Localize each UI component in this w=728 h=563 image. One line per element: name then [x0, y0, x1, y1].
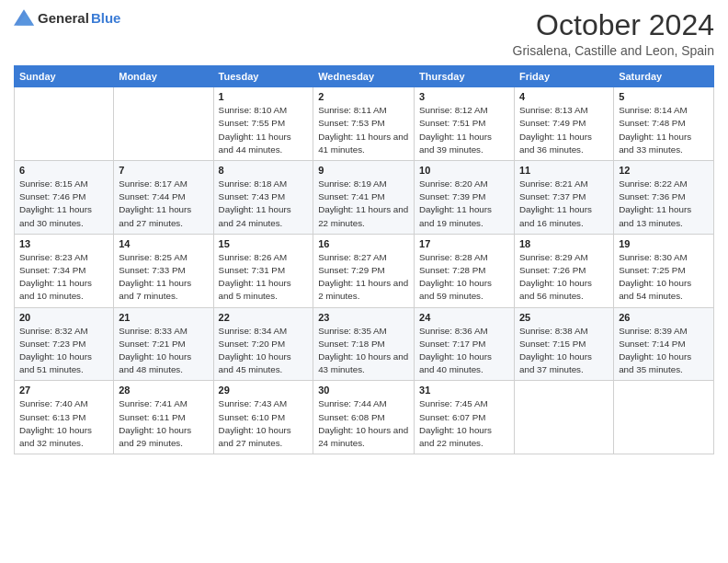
page: General Blue October 2024 Grisalena, Cas… [0, 0, 728, 563]
table-row: 2Sunrise: 8:11 AM Sunset: 7:53 PM Daylig… [313, 87, 415, 161]
table-row: 20Sunrise: 8:32 AM Sunset: 7:23 PM Dayli… [15, 307, 114, 381]
calendar-table: Sunday Monday Tuesday Wednesday Thursday… [14, 65, 714, 454]
day-info: Sunrise: 7:44 AM Sunset: 6:08 PM Dayligh… [318, 397, 409, 450]
calendar-week-row: 6Sunrise: 8:15 AM Sunset: 7:46 PM Daylig… [15, 161, 714, 235]
logo-icon [14, 9, 34, 26]
day-number: 2 [318, 91, 409, 102]
table-row: 18Sunrise: 8:29 AM Sunset: 7:26 PM Dayli… [515, 234, 614, 307]
day-info: Sunrise: 8:30 AM Sunset: 7:25 PM Dayligh… [619, 251, 709, 304]
day-info: Sunrise: 7:40 AM Sunset: 6:13 PM Dayligh… [19, 397, 108, 450]
month-title: October 2024 [513, 9, 714, 41]
day-number: 30 [318, 385, 409, 396]
day-number: 24 [419, 312, 509, 323]
table-row: 17Sunrise: 8:28 AM Sunset: 7:28 PM Dayli… [415, 234, 515, 307]
day-info: Sunrise: 8:26 AM Sunset: 7:31 PM Dayligh… [219, 251, 309, 304]
day-info: Sunrise: 8:28 AM Sunset: 7:28 PM Dayligh… [419, 251, 509, 304]
day-info: Sunrise: 8:32 AM Sunset: 7:23 PM Dayligh… [19, 325, 108, 377]
day-info: Sunrise: 8:15 AM Sunset: 7:46 PM Dayligh… [19, 178, 108, 230]
day-number: 23 [318, 312, 409, 323]
weekday-header-row: Sunday Monday Tuesday Wednesday Thursday… [15, 66, 714, 87]
day-info: Sunrise: 8:39 AM Sunset: 7:14 PM Dayligh… [619, 325, 709, 377]
header-thursday: Thursday [415, 66, 515, 87]
table-row: 23Sunrise: 8:35 AM Sunset: 7:18 PM Dayli… [313, 307, 415, 381]
day-info: Sunrise: 7:41 AM Sunset: 6:11 PM Dayligh… [119, 397, 208, 450]
table-row: 4Sunrise: 8:13 AM Sunset: 7:49 PM Daylig… [515, 87, 614, 161]
table-row: 27Sunrise: 7:40 AM Sunset: 6:13 PM Dayli… [15, 381, 114, 454]
table-row: 19Sunrise: 8:30 AM Sunset: 7:25 PM Dayli… [614, 234, 714, 307]
table-row: 21Sunrise: 8:33 AM Sunset: 7:21 PM Dayli… [114, 307, 213, 381]
day-number: 6 [19, 165, 108, 176]
location-title: Grisalena, Castille and Leon, Spain [513, 43, 714, 58]
table-row: 31Sunrise: 7:45 AM Sunset: 6:07 PM Dayli… [415, 381, 515, 454]
table-row: 1Sunrise: 8:10 AM Sunset: 7:55 PM Daylig… [213, 87, 313, 161]
table-row [614, 381, 714, 454]
day-number: 12 [619, 165, 709, 176]
day-number: 28 [119, 385, 208, 396]
day-number: 14 [119, 238, 208, 249]
calendar-week-row: 13Sunrise: 8:23 AM Sunset: 7:34 PM Dayli… [15, 234, 714, 307]
day-info: Sunrise: 8:14 AM Sunset: 7:48 PM Dayligh… [619, 104, 709, 156]
day-info: Sunrise: 7:45 AM Sunset: 6:07 PM Dayligh… [419, 397, 509, 450]
day-info: Sunrise: 8:38 AM Sunset: 7:15 PM Dayligh… [519, 325, 609, 377]
table-row: 22Sunrise: 8:34 AM Sunset: 7:20 PM Dayli… [213, 307, 313, 381]
header: General Blue October 2024 Grisalena, Cas… [14, 9, 714, 58]
day-info: Sunrise: 8:35 AM Sunset: 7:18 PM Dayligh… [318, 325, 409, 377]
table-row: 24Sunrise: 8:36 AM Sunset: 7:17 PM Dayli… [415, 307, 515, 381]
day-number: 8 [219, 165, 309, 176]
day-info: Sunrise: 8:11 AM Sunset: 7:53 PM Dayligh… [318, 104, 409, 156]
day-number: 21 [119, 312, 208, 323]
day-info: Sunrise: 8:20 AM Sunset: 7:39 PM Dayligh… [419, 178, 509, 230]
day-number: 18 [519, 238, 609, 249]
day-number: 25 [519, 312, 609, 323]
header-friday: Friday [515, 66, 614, 87]
day-number: 27 [19, 385, 108, 396]
day-info: Sunrise: 8:13 AM Sunset: 7:49 PM Dayligh… [519, 104, 609, 156]
header-wednesday: Wednesday [313, 66, 415, 87]
day-info: Sunrise: 8:34 AM Sunset: 7:20 PM Dayligh… [219, 325, 309, 377]
day-info: Sunrise: 8:18 AM Sunset: 7:43 PM Dayligh… [219, 178, 309, 230]
table-row [114, 87, 213, 161]
day-info: Sunrise: 8:21 AM Sunset: 7:37 PM Dayligh… [519, 178, 609, 230]
logo: General Blue [14, 9, 120, 26]
table-row: 7Sunrise: 8:17 AM Sunset: 7:44 PM Daylig… [114, 161, 213, 235]
header-sunday: Sunday [15, 66, 114, 87]
table-row: 3Sunrise: 8:12 AM Sunset: 7:51 PM Daylig… [415, 87, 515, 161]
day-info: Sunrise: 8:29 AM Sunset: 7:26 PM Dayligh… [519, 251, 609, 304]
table-row: 6Sunrise: 8:15 AM Sunset: 7:46 PM Daylig… [15, 161, 114, 235]
table-row: 29Sunrise: 7:43 AM Sunset: 6:10 PM Dayli… [213, 381, 313, 454]
day-info: Sunrise: 8:33 AM Sunset: 7:21 PM Dayligh… [119, 325, 208, 377]
day-number: 22 [219, 312, 309, 323]
day-number: 16 [318, 238, 409, 249]
table-row: 25Sunrise: 8:38 AM Sunset: 7:15 PM Dayli… [515, 307, 614, 381]
day-number: 3 [419, 91, 509, 102]
table-row: 5Sunrise: 8:14 AM Sunset: 7:48 PM Daylig… [614, 87, 714, 161]
day-number: 19 [619, 238, 709, 249]
day-info: Sunrise: 8:12 AM Sunset: 7:51 PM Dayligh… [419, 104, 509, 156]
day-number: 31 [419, 385, 509, 396]
table-row: 12Sunrise: 8:22 AM Sunset: 7:36 PM Dayli… [614, 161, 714, 235]
table-row: 16Sunrise: 8:27 AM Sunset: 7:29 PM Dayli… [313, 234, 415, 307]
table-row: 28Sunrise: 7:41 AM Sunset: 6:11 PM Dayli… [114, 381, 213, 454]
header-saturday: Saturday [614, 66, 714, 87]
table-row: 10Sunrise: 8:20 AM Sunset: 7:39 PM Dayli… [415, 161, 515, 235]
calendar-week-row: 27Sunrise: 7:40 AM Sunset: 6:13 PM Dayli… [15, 381, 714, 454]
day-number: 15 [219, 238, 309, 249]
day-info: Sunrise: 8:22 AM Sunset: 7:36 PM Dayligh… [619, 178, 709, 230]
day-number: 7 [119, 165, 208, 176]
table-row: 15Sunrise: 8:26 AM Sunset: 7:31 PM Dayli… [213, 234, 313, 307]
day-info: Sunrise: 8:36 AM Sunset: 7:17 PM Dayligh… [419, 325, 509, 377]
table-row: 9Sunrise: 8:19 AM Sunset: 7:41 PM Daylig… [313, 161, 415, 235]
day-number: 10 [419, 165, 509, 176]
table-row [515, 381, 614, 454]
day-number: 1 [219, 91, 309, 102]
day-number: 13 [19, 238, 108, 249]
day-info: Sunrise: 7:43 AM Sunset: 6:10 PM Dayligh… [219, 397, 309, 450]
logo-general-text: General [38, 10, 89, 26]
day-number: 20 [19, 312, 108, 323]
table-row: 30Sunrise: 7:44 AM Sunset: 6:08 PM Dayli… [313, 381, 415, 454]
day-info: Sunrise: 8:17 AM Sunset: 7:44 PM Dayligh… [119, 178, 208, 230]
header-tuesday: Tuesday [213, 66, 313, 87]
day-info: Sunrise: 8:10 AM Sunset: 7:55 PM Dayligh… [219, 104, 309, 156]
calendar-week-row: 1Sunrise: 8:10 AM Sunset: 7:55 PM Daylig… [15, 87, 714, 161]
day-number: 11 [519, 165, 609, 176]
